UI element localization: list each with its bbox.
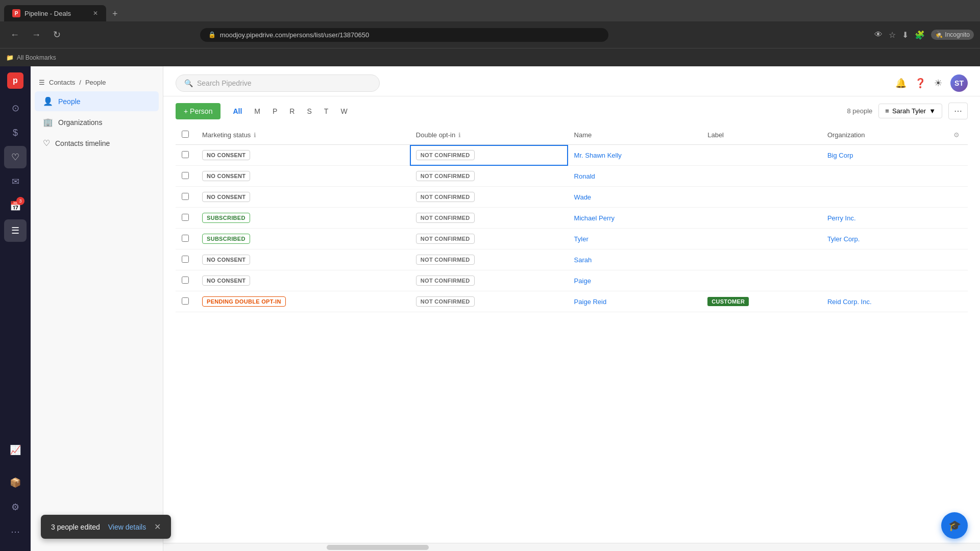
forward-button[interactable]: →	[28, 28, 45, 42]
organization-cell[interactable]: Big Corp	[821, 145, 947, 166]
nav-item-products[interactable]: 📦	[4, 471, 27, 494]
nav-item-reports[interactable]: 📈	[4, 439, 27, 461]
opt-in-badge[interactable]: NOT CONFIRMED	[416, 276, 475, 286]
row-checkbox[interactable]	[182, 214, 189, 221]
organization-cell[interactable]	[821, 270, 947, 291]
search-bar[interactable]: 🔍 Search Pipedrive	[176, 74, 380, 92]
name-cell[interactable]: Wade	[568, 187, 702, 208]
bookmark-icon[interactable]: ☆	[889, 30, 896, 40]
alpha-filter-m[interactable]: M	[250, 105, 264, 117]
nav-item-home[interactable]: ⊙	[4, 97, 27, 119]
nav-item-contacts[interactable]: ♡	[4, 146, 27, 168]
row-checkbox[interactable]	[182, 235, 189, 242]
marketing-status-badge[interactable]: NO CONSENT	[202, 150, 250, 160]
marketing-status-badge[interactable]: NO CONSENT	[202, 255, 250, 265]
name-cell[interactable]: Mr. Shawn Kelly	[568, 145, 702, 166]
nav-item-settings[interactable]: ⚙	[4, 496, 27, 518]
toast-close-button[interactable]: ✕	[154, 522, 161, 532]
active-tab[interactable]: P Pipeline - Deals ✕	[4, 5, 106, 21]
label-cell	[701, 187, 821, 208]
help-fab[interactable]: 🎓	[941, 512, 968, 539]
marketing-status-badge[interactable]: SUBSCRIBED	[202, 213, 250, 223]
scroll-thumb[interactable]	[327, 545, 429, 550]
row-checkbox[interactable]	[182, 256, 189, 263]
graduation-cap-icon: 🎓	[948, 519, 961, 532]
organization-cell[interactable]	[821, 187, 947, 208]
add-person-button[interactable]: + Person	[176, 103, 220, 119]
opt-in-badge[interactable]: NOT CONFIRMED	[416, 150, 475, 160]
alpha-filter-t[interactable]: T	[320, 105, 333, 117]
sidebar-item-people[interactable]: 👤 People	[35, 91, 159, 111]
nav-item-deals[interactable]: $	[4, 121, 27, 144]
name-cell[interactable]: Ronald	[568, 166, 702, 187]
sidebar-item-timeline[interactable]: ♡ Contacts timeline	[35, 133, 159, 153]
double-opt-in-info-icon[interactable]: ℹ	[458, 132, 461, 139]
avatar[interactable]: ST	[950, 74, 968, 92]
tab-close-button[interactable]: ✕	[93, 10, 98, 17]
back-button[interactable]: ←	[6, 28, 23, 42]
hamburger-icon[interactable]: ☰	[39, 79, 45, 86]
nav-item-more[interactable]: ⋯	[4, 520, 27, 543]
more-options-button[interactable]: ⋯	[948, 103, 968, 119]
row-checkbox[interactable]	[182, 193, 189, 200]
organization-cell[interactable]	[821, 166, 947, 187]
owner-filter-button[interactable]: ≡ Sarah Tyler ▼	[878, 104, 942, 118]
download-icon[interactable]: ⬇	[902, 30, 909, 40]
marketing-status-info-icon[interactable]: ℹ	[254, 132, 256, 139]
ellipsis-icon: ⋯	[954, 107, 962, 115]
name-cell[interactable]: Michael Perry	[568, 208, 702, 229]
row-checkbox[interactable]	[182, 151, 189, 158]
alpha-filter-all[interactable]: All	[229, 105, 246, 117]
search-placeholder: Search Pipedrive	[197, 79, 252, 87]
nav-item-contacts-list[interactable]: ☰	[4, 219, 27, 242]
opt-in-badge[interactable]: NOT CONFIRMED	[416, 255, 475, 265]
horizontal-scrollbar[interactable]	[163, 543, 980, 551]
organization-cell[interactable]: Reid Corp. Inc.	[821, 291, 947, 312]
extensions-icon[interactable]: 🧩	[915, 30, 925, 40]
theme-icon[interactable]: ☀	[934, 78, 942, 89]
name-cell[interactable]: Paige	[568, 270, 702, 291]
select-all-header[interactable]	[176, 126, 196, 145]
opt-in-badge[interactable]: NOT CONFIRMED	[416, 234, 475, 244]
opt-in-badge[interactable]: NOT CONFIRMED	[416, 192, 475, 202]
organization-cell[interactable]	[821, 249, 947, 270]
select-all-checkbox[interactable]	[182, 131, 189, 138]
column-settings[interactable]: ⚙	[947, 126, 968, 145]
row-checkbox[interactable]	[182, 277, 189, 284]
marketing-status-badge[interactable]: NO CONSENT	[202, 276, 250, 286]
name-cell[interactable]: Paige Reid	[568, 291, 702, 312]
alpha-filter-p[interactable]: P	[268, 105, 281, 117]
marketing-status-badge[interactable]: SUBSCRIBED	[202, 234, 250, 244]
row-checkbox[interactable]	[182, 172, 189, 179]
nav-item-activities[interactable]: 📅 3	[4, 195, 27, 217]
sidebar-item-organizations[interactable]: 🏢 Organizations	[35, 112, 159, 132]
bookmarks-label: 📁 All Bookmarks	[6, 54, 56, 61]
opt-in-badge[interactable]: NOT CONFIRMED	[416, 296, 475, 307]
sidebar-header: ☰ Contacts / People	[31, 74, 163, 90]
alpha-filter-w[interactable]: W	[336, 105, 351, 117]
toast-action-link[interactable]: View details	[108, 523, 146, 531]
organization-cell[interactable]: Tyler Corp.	[821, 229, 947, 249]
new-tab-button[interactable]: +	[108, 7, 122, 21]
name-cell[interactable]: Sarah	[568, 249, 702, 270]
notification-icon[interactable]: 🔔	[895, 78, 906, 89]
opt-in-badge[interactable]: NOT CONFIRMED	[416, 171, 475, 181]
row-checkbox[interactable]	[182, 297, 189, 305]
name-cell[interactable]: Tyler	[568, 229, 702, 249]
marketing-status-badge[interactable]: PENDING DOUBLE OPT-IN	[202, 296, 286, 307]
app-logo[interactable]: p	[7, 72, 23, 89]
label-cell: CUSTOMER	[701, 291, 821, 312]
alpha-filter-r[interactable]: R	[285, 105, 299, 117]
address-bar[interactable]: 🔒 moodjoy.pipedrive.com/persons/list/use…	[200, 28, 608, 42]
marketing-status-badge[interactable]: NO CONSENT	[202, 171, 250, 181]
opt-in-badge[interactable]: NOT CONFIRMED	[416, 213, 475, 223]
organization-cell[interactable]: Perry Inc.	[821, 208, 947, 229]
nav-item-mail[interactable]: ✉	[4, 170, 27, 193]
marketing-status-badge[interactable]: NO CONSENT	[202, 192, 250, 202]
refresh-button[interactable]: ↻	[49, 27, 65, 42]
search-icon: 🔍	[184, 79, 193, 87]
alpha-filter: All M P R S T W	[229, 105, 351, 117]
alpha-filter-s[interactable]: S	[303, 105, 315, 117]
organization-header: Organization	[821, 126, 947, 145]
help-icon[interactable]: ❓	[915, 78, 926, 89]
